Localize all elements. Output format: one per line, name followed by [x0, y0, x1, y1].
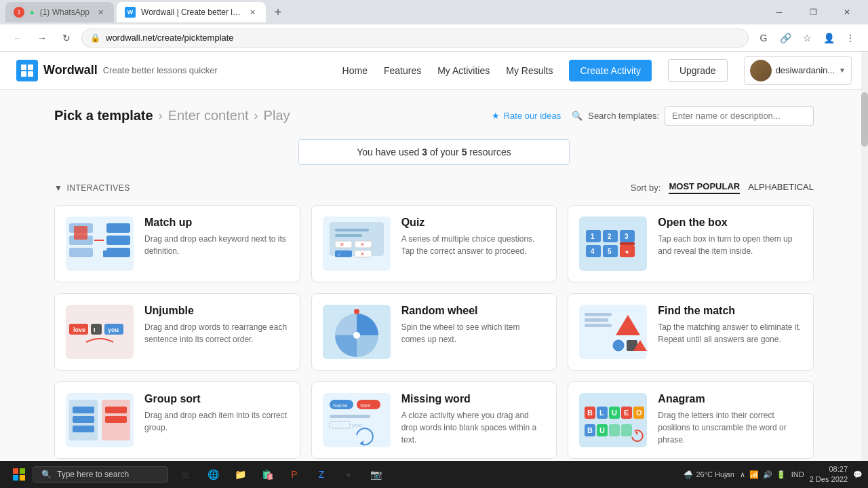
usage-text-mid: of your — [427, 147, 462, 157]
template-name-anagram: Anagram — [658, 393, 802, 405]
nav-features[interactable]: Features — [384, 65, 421, 76]
svg-rect-44 — [585, 324, 612, 327]
nav-my-results[interactable]: My Results — [506, 65, 553, 76]
svg-text:4: 4 — [591, 248, 595, 255]
taskbar-chrome[interactable]: ● — [336, 462, 361, 487]
nav-my-activities[interactable]: My Activities — [437, 65, 490, 76]
favorite-icon[interactable]: ☆ — [797, 29, 816, 48]
usage-text-suffix: resources — [467, 147, 511, 157]
section-title-interactives[interactable]: ▼ INTERACTIVES — [54, 183, 130, 193]
taskbar-store[interactable]: 🛍️ — [255, 462, 279, 487]
nav-home[interactable]: Home — [342, 65, 368, 76]
template-card-groupsort[interactable]: Group sort Drag and drop each item into … — [54, 381, 300, 459]
taskbar-zoom[interactable]: Z — [309, 462, 334, 487]
usage-text-prefix: You have used — [357, 147, 422, 157]
upgrade-button[interactable]: Upgrade — [668, 59, 728, 82]
weather-text: 26°C Hujan — [696, 470, 734, 478]
svg-text:E: E — [624, 409, 629, 417]
taskbar-powerpoint[interactable]: P — [282, 462, 307, 487]
breadcrumb-play[interactable]: Play — [264, 108, 290, 124]
svg-rect-3 — [106, 223, 130, 233]
menu-icon[interactable]: ⋮ — [841, 29, 860, 48]
template-card-matchup[interactable]: Match up Drag and drop each keyword next… — [54, 205, 300, 282]
template-name-groupsort: Group sort — [144, 393, 289, 405]
network-icon[interactable]: 📶 — [749, 470, 759, 479]
taskbar-time: 08:27 — [810, 464, 848, 474]
svg-point-41 — [354, 309, 359, 314]
svg-rect-78 — [609, 424, 620, 436]
scrollbar-track[interactable] — [861, 52, 868, 461]
template-card-randomwheel[interactable]: Random wheel Spin the wheel to see which… — [311, 293, 557, 371]
taskbar-time-date[interactable]: 08:27 2 Des 2022 — [810, 464, 848, 485]
profile-icon[interactable]: 👤 — [819, 29, 838, 48]
logo[interactable]: Wordwall — [16, 60, 98, 81]
chevron-up-icon[interactable]: ∧ — [740, 470, 745, 479]
close-window-button[interactable]: ✕ — [831, 2, 863, 22]
svg-marker-80 — [635, 431, 638, 435]
forward-button[interactable]: → — [33, 29, 52, 48]
create-activity-button[interactable]: Create Activity — [569, 60, 651, 81]
taskbar-task-view[interactable]: ⊞ — [174, 462, 198, 487]
navbar: Wordwall Create better lessons quicker H… — [0, 52, 868, 90]
template-name-findmatch: Find the match — [658, 305, 802, 317]
svg-rect-53 — [73, 426, 94, 432]
address-bar: ← → ↻ 🔒 wordwall.net/create/picktemplate… — [0, 24, 868, 52]
template-card-anagram[interactable]: B L U E O B U — [568, 381, 814, 459]
template-info-unjumble: Unjumble Drag and drop words to rearrang… — [144, 305, 289, 345]
whatsapp-badge: 1 — [14, 7, 24, 18]
extension-icon[interactable]: 🔗 — [776, 29, 795, 48]
template-info-anagram: Anagram Drag the letters into their corr… — [658, 393, 802, 446]
user-menu[interactable]: desiwardanin... ▼ — [744, 56, 852, 85]
notification-icon[interactable]: 💬 — [853, 470, 863, 479]
breadcrumb-enter-content[interactable]: Enter content — [168, 108, 249, 124]
minimize-button[interactable]: ─ — [764, 2, 795, 22]
template-desc-anagram: Drag the letters into their correct posi… — [658, 409, 802, 446]
battery-icon[interactable]: 🔋 — [776, 470, 786, 479]
template-card-missingword[interactable]: Name Size your Missing word — [311, 381, 557, 459]
svg-text:3: 3 — [625, 233, 629, 240]
refresh-button[interactable]: ↻ — [57, 29, 76, 48]
breadcrumb-pick-template[interactable]: Pick a template — [54, 108, 153, 124]
tab-wordwall[interactable]: W Wordwall | Create better lessons ✕ — [117, 2, 266, 22]
usage-banner: You have used 3 of your 5 resources — [298, 139, 570, 165]
volume-icon[interactable]: 🔊 — [763, 470, 772, 479]
google-search-icon[interactable]: G — [754, 29, 773, 48]
section-arrow-icon: ▼ — [54, 183, 62, 193]
taskbar-search[interactable]: 🔍 Type here to search — [33, 466, 168, 483]
taskbar-explorer[interactable]: 📁 — [228, 462, 252, 487]
star-icon: ★ — [492, 111, 500, 121]
svg-text:O: O — [636, 409, 642, 417]
template-card-quiz[interactable]: ✓ ✕ ✕ ✕ Quiz A series of multiple choice… — [311, 205, 557, 282]
svg-rect-4 — [106, 236, 130, 245]
template-card-findmatch[interactable]: Find the match Tap the matching answer t… — [568, 293, 814, 371]
new-tab-button[interactable]: + — [269, 3, 288, 22]
url-bar[interactable]: 🔒 wordwall.net/create/picktemplate — [81, 29, 749, 48]
sort-most-popular[interactable]: MOST POPULAR — [669, 181, 740, 194]
svg-rect-10 — [335, 229, 369, 231]
template-desc-matchup: Drag and drop each keyword next to its d… — [144, 233, 289, 257]
template-card-unjumble[interactable]: love I you Unjumble Drag and drop words … — [54, 293, 300, 371]
start-button[interactable] — [5, 464, 33, 485]
breadcrumb-sep-1: › — [159, 109, 163, 123]
sort-alphabetical[interactable]: ALPHABETICAL — [748, 182, 814, 193]
rate-ideas-link[interactable]: ★ Rate our ideas — [492, 111, 561, 121]
taskbar-edge[interactable]: 🌐 — [201, 462, 225, 487]
template-thumb-matchup — [66, 217, 134, 271]
template-thumb-openbox: 1 2 3 4 5 ★ — [579, 217, 647, 271]
taskbar-app7[interactable]: 📷 — [363, 462, 388, 487]
maximize-button[interactable]: ❐ — [797, 2, 829, 22]
search-input[interactable] — [665, 106, 814, 126]
template-card-openbox[interactable]: 1 2 3 4 5 ★ — [568, 205, 814, 282]
scrollbar-thumb[interactable] — [861, 92, 868, 147]
tab-wordwall-close[interactable]: ✕ — [247, 7, 258, 18]
template-desc-quiz: A series of multiple choice questions. T… — [401, 233, 546, 257]
tab-whatsapp[interactable]: 1 ● (1) WhatsApp ✕ — [5, 2, 114, 22]
template-thumb-findmatch — [579, 305, 647, 359]
svg-rect-51 — [73, 407, 94, 413]
back-button[interactable]: ← — [8, 29, 27, 48]
svg-text:Name: Name — [333, 402, 348, 409]
tab-whatsapp-label: (1) WhatsApp — [40, 7, 90, 17]
taskbar-search-placeholder: Type here to search — [57, 470, 129, 479]
tab-whatsapp-close[interactable]: ✕ — [95, 7, 106, 18]
svg-rect-84 — [20, 475, 25, 481]
